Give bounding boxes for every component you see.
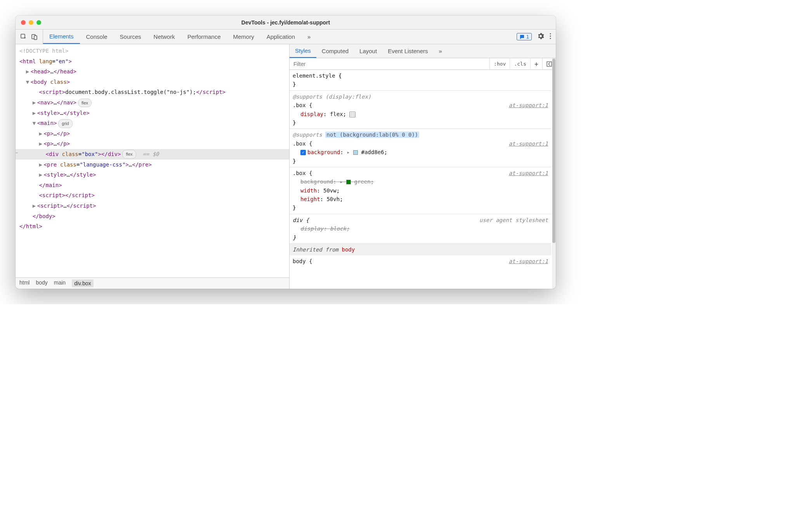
elements-panel: <!DOCTYPE html> <html lang="en"> ▶<head>… xyxy=(16,44,290,289)
dom-tree[interactable]: <!DOCTYPE html> <html lang="en"> ▶<head>… xyxy=(16,44,289,278)
cls-toggle[interactable]: .cls xyxy=(510,58,530,69)
svg-point-3 xyxy=(550,33,551,34)
more-subtabs-icon[interactable]: » xyxy=(434,44,448,58)
tab-styles[interactable]: Styles xyxy=(290,44,316,58)
gear-icon[interactable] xyxy=(537,33,544,41)
main-tabs: Elements Console Sources Network Perform… xyxy=(43,29,512,44)
source-link[interactable]: at-support:1 xyxy=(509,101,548,109)
tab-event-listeners[interactable]: Event Listeners xyxy=(382,44,433,58)
source-link[interactable]: at-support:1 xyxy=(509,169,548,177)
color-swatch-icon[interactable] xyxy=(353,150,358,155)
issues-badge[interactable]: 1 xyxy=(517,33,532,40)
more-tabs-icon[interactable]: » xyxy=(301,29,317,44)
source-link[interactable]: at-support:1 xyxy=(509,139,548,148)
close-icon[interactable] xyxy=(21,20,26,25)
crumb-body[interactable]: body xyxy=(36,279,47,287)
svg-point-4 xyxy=(550,35,551,36)
breadcrumb: html body main div.box xyxy=(16,278,289,289)
tab-application[interactable]: Application xyxy=(260,29,301,44)
main-toolbar: Elements Console Sources Network Perform… xyxy=(16,29,556,44)
crumb-divbox[interactable]: div.box xyxy=(72,279,93,287)
new-rule-button[interactable]: + xyxy=(530,58,542,69)
rule-element-style[interactable]: element.style { } xyxy=(290,70,551,91)
filter-input[interactable] xyxy=(290,61,489,67)
kebab-menu-icon[interactable] xyxy=(550,33,551,41)
tab-layout[interactable]: Layout xyxy=(354,44,382,58)
styles-list: element.style { } @supports (display:fle… xyxy=(290,70,556,289)
doctype: <!DOCTYPE html> xyxy=(19,48,68,54)
flex-badge[interactable]: flex xyxy=(78,99,92,108)
inherited-separator: Inherited from body xyxy=(290,244,551,255)
rule-supports-flex[interactable]: @supports (display:flex) .box {at-suppor… xyxy=(290,91,551,129)
flex-editor-icon[interactable] xyxy=(349,111,356,118)
maximize-icon[interactable] xyxy=(36,20,41,25)
window-title: DevTools - jec.fyi/demo/at-support xyxy=(41,19,530,26)
rule-div-ua[interactable]: div {user agent stylesheet display: bloc… xyxy=(290,214,551,244)
svg-rect-0 xyxy=(21,34,25,38)
selected-node[interactable]: <div class="box"></div>flex == $0 xyxy=(16,149,289,160)
tab-elements[interactable]: Elements xyxy=(43,29,80,44)
hov-toggle[interactable]: :hov xyxy=(489,58,510,69)
tab-network[interactable]: Network xyxy=(147,29,181,44)
content-area: <!DOCTYPE html> <html lang="en"> ▶<head>… xyxy=(16,44,556,289)
minimize-icon[interactable] xyxy=(29,20,33,25)
device-toggle-icon[interactable] xyxy=(31,33,38,40)
source-link[interactable]: at-support:1 xyxy=(509,257,548,265)
console-ref: == $0 xyxy=(142,151,159,157)
filter-bar: :hov .cls + xyxy=(290,58,556,70)
tab-console[interactable]: Console xyxy=(80,29,114,44)
devtools-window: DevTools - jec.fyi/demo/at-support Eleme… xyxy=(16,16,556,289)
issues-count: 1 xyxy=(526,34,529,40)
svg-point-5 xyxy=(550,38,551,39)
tab-memory[interactable]: Memory xyxy=(227,29,260,44)
tab-computed[interactable]: Computed xyxy=(316,44,354,58)
styles-panel: Styles Computed Layout Event Listeners »… xyxy=(290,44,556,289)
sidebar-tabs: Styles Computed Layout Event Listeners » xyxy=(290,44,556,58)
scrollbar[interactable] xyxy=(552,58,556,289)
tab-sources[interactable]: Sources xyxy=(114,29,147,44)
grid-badge[interactable]: grid xyxy=(58,119,72,128)
crumb-main[interactable]: main xyxy=(54,279,66,287)
inspect-icon[interactable] xyxy=(20,33,27,40)
color-swatch-icon[interactable] xyxy=(346,180,351,184)
flex-badge[interactable]: flex xyxy=(122,150,136,159)
checkbox-icon[interactable]: ✓ xyxy=(300,150,306,155)
tab-performance[interactable]: Performance xyxy=(181,29,227,44)
rule-body[interactable]: body {at-support:1 xyxy=(290,255,551,267)
traffic-lights xyxy=(21,20,41,25)
svg-rect-2 xyxy=(34,36,37,40)
svg-rect-6 xyxy=(547,62,552,66)
titlebar: DevTools - jec.fyi/demo/at-support xyxy=(16,16,556,29)
crumb-html[interactable]: html xyxy=(19,279,29,287)
rule-supports-not-lab[interactable]: @supports not (background:lab(0% 0 0)) .… xyxy=(290,129,551,167)
rule-box[interactable]: .box {at-support:1 background: ▸ green; … xyxy=(290,167,551,214)
